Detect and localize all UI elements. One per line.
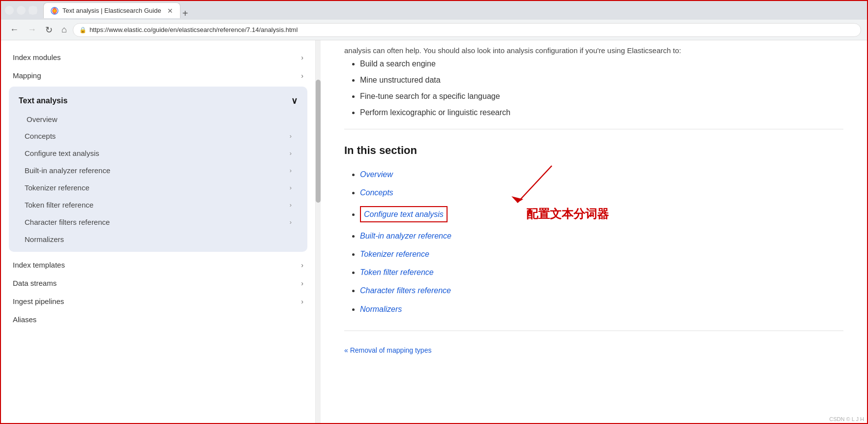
- sidebar-item-ingest-pipelines[interactable]: Ingest pipelines ›: [1, 292, 315, 310]
- text-analysis-header[interactable]: Text analysis ∨: [9, 91, 307, 111]
- minimize-button[interactable]: [17, 6, 26, 15]
- forward-button[interactable]: →: [25, 23, 39, 37]
- list-item: Fine-tune search for a specific language: [360, 90, 843, 103]
- tokenizer-reference-link[interactable]: Tokenizer reference: [360, 250, 429, 258]
- chevron-right-icon: ›: [290, 150, 292, 157]
- back-button[interactable]: ←: [7, 23, 22, 37]
- nav-bar: ← → ↻ ⌂ 🔒 https://www.elastic.co/guide/e…: [1, 20, 867, 40]
- sidebar-item-mapping[interactable]: Mapping ›: [1, 66, 315, 85]
- aliases-label: Aliases: [13, 315, 36, 324]
- sidebar-label-mapping: Mapping: [13, 71, 41, 80]
- title-bar: Text analysis | Elasticsearch Guide ✕ +: [1, 1, 867, 20]
- url-text: https://www.elastic.co/guide/en/elastics…: [90, 26, 298, 33]
- built-in-analyzer-link[interactable]: Built-in analyzer reference: [360, 232, 451, 240]
- built-in-label: Built-in analyzer reference: [25, 166, 110, 175]
- divider: [344, 129, 843, 129]
- svg-point-1: [19, 8, 24, 13]
- tokenizer-label: Tokenizer reference: [25, 183, 90, 192]
- list-item-concepts: Concepts: [360, 186, 843, 199]
- index-templates-label: Index templates: [13, 261, 65, 269]
- lock-icon: 🔒: [79, 27, 87, 33]
- main-content: analysis can often help. You should also…: [321, 40, 867, 423]
- svg-point-4: [53, 9, 56, 12]
- prev-link[interactable]: « Removal of mapping types: [344, 346, 431, 354]
- svg-rect-2: [29, 6, 37, 14]
- chevron-right-icon: ›: [301, 72, 303, 80]
- sidebar-scrollbar[interactable]: [316, 40, 321, 423]
- page-content: Index modules › Mapping › Text analysis …: [1, 40, 867, 423]
- normalizers-label: Normalizers: [25, 235, 64, 243]
- overview-link[interactable]: Overview: [360, 170, 393, 179]
- sidebar: Index modules › Mapping › Text analysis …: [1, 40, 316, 423]
- reload-button[interactable]: ↻: [42, 23, 56, 37]
- sidebar-item-char-filters[interactable]: Character filters reference ›: [9, 213, 307, 231]
- tab-close-icon[interactable]: ✕: [167, 7, 173, 15]
- annotation-label: 配置文本分词器: [526, 204, 609, 224]
- chevron-right-icon: ›: [290, 132, 292, 140]
- intro-text: analysis can often help. You should also…: [344, 40, 843, 57]
- token-filter-label: Token filter reference: [25, 201, 93, 209]
- maximize-button[interactable]: [29, 6, 37, 15]
- bottom-nav-link[interactable]: « Removal of mapping types: [344, 339, 843, 357]
- sidebar-item-concepts[interactable]: Concepts ›: [9, 127, 307, 145]
- browser-frame: Text analysis | Elasticsearch Guide ✕ + …: [0, 0, 868, 424]
- configure-highlight-box: Configure text analysis: [360, 206, 448, 222]
- section-title: In this section: [344, 141, 843, 159]
- char-filters-reference-link[interactable]: Character filters reference: [360, 286, 451, 295]
- sidebar-scrollbar-thumb: [316, 80, 321, 203]
- char-filters-label: Character filters reference: [25, 218, 110, 226]
- sidebar-item-data-streams[interactable]: Data streams ›: [1, 274, 315, 292]
- configure-text-analysis-link[interactable]: Configure text analysis: [364, 210, 444, 218]
- ingest-pipelines-label: Ingest pipelines: [13, 297, 64, 305]
- bottom-divider: [344, 331, 843, 331]
- sidebar-item-token-filter[interactable]: Token filter reference ›: [9, 196, 307, 213]
- list-item-normalizers: Normalizers: [360, 303, 843, 316]
- chevron-right-icon: ›: [290, 218, 292, 226]
- active-tab[interactable]: Text analysis | Elasticsearch Guide ✕: [43, 2, 180, 18]
- chevron-right-icon: ›: [301, 279, 303, 287]
- sidebar-item-aliases[interactable]: Aliases: [1, 310, 315, 329]
- list-item-char-filters: Character filters reference: [360, 284, 843, 297]
- list-item: Perform lexicographic or linguistic rese…: [360, 106, 843, 119]
- svg-point-0: [7, 8, 12, 13]
- chevron-right-icon: ›: [290, 184, 292, 191]
- home-button[interactable]: ⌂: [59, 23, 70, 37]
- list-item-tokenizer: Tokenizer reference: [360, 247, 843, 261]
- main-bullet-list: Build a search engine Mine unstructured …: [344, 57, 843, 120]
- chevron-down-icon: ∨: [291, 95, 298, 106]
- token-filter-reference-link[interactable]: Token filter reference: [360, 268, 434, 276]
- sidebar-item-built-in[interactable]: Built-in analyzer reference ›: [9, 162, 307, 179]
- list-item: Build a search engine: [360, 57, 843, 70]
- concepts-label: Concepts: [25, 132, 56, 140]
- overview-label: Overview: [27, 115, 58, 123]
- sidebar-label-index-modules: Index modules: [13, 53, 61, 61]
- chevron-right-icon: ›: [301, 298, 303, 305]
- list-item-configure: Configure text analysis 配置文本分词器: [360, 204, 843, 224]
- chevron-right-icon: ›: [290, 201, 292, 209]
- sidebar-item-normalizers[interactable]: Normalizers: [9, 231, 307, 248]
- window-controls: [5, 6, 37, 15]
- tab-title: Text analysis | Elasticsearch Guide: [62, 7, 161, 14]
- sidebar-item-configure[interactable]: Configure text analysis ›: [9, 145, 307, 162]
- tab-bar: Text analysis | Elasticsearch Guide ✕ +: [43, 2, 863, 18]
- sidebar-item-index-modules[interactable]: Index modules ›: [1, 48, 315, 66]
- new-tab-button[interactable]: +: [182, 8, 188, 18]
- list-item: Mine unstructured data: [360, 73, 843, 87]
- address-bar[interactable]: 🔒 https://www.elastic.co/guide/en/elasti…: [73, 23, 861, 37]
- sidebar-item-tokenizer[interactable]: Tokenizer reference ›: [9, 179, 307, 196]
- sidebar-item-index-templates[interactable]: Index templates ›: [1, 256, 315, 274]
- text-analysis-label: Text analysis: [19, 96, 67, 105]
- close-button[interactable]: [5, 6, 14, 15]
- configure-label: Configure text analysis: [25, 149, 99, 157]
- data-streams-label: Data streams: [13, 279, 57, 287]
- list-item-overview: Overview: [360, 168, 843, 181]
- concepts-link[interactable]: Concepts: [360, 188, 393, 197]
- chevron-right-icon: ›: [301, 54, 303, 61]
- text-analysis-section: Text analysis ∨ Overview Concepts › Conf…: [9, 87, 307, 252]
- normalizers-link[interactable]: Normalizers: [360, 305, 402, 313]
- list-item-built-in: Built-in analyzer reference: [360, 229, 843, 242]
- chevron-right-icon: ›: [290, 167, 292, 174]
- sidebar-item-overview[interactable]: Overview: [9, 111, 307, 127]
- tab-favicon-icon: [51, 7, 59, 15]
- chevron-right-icon: ›: [301, 261, 303, 269]
